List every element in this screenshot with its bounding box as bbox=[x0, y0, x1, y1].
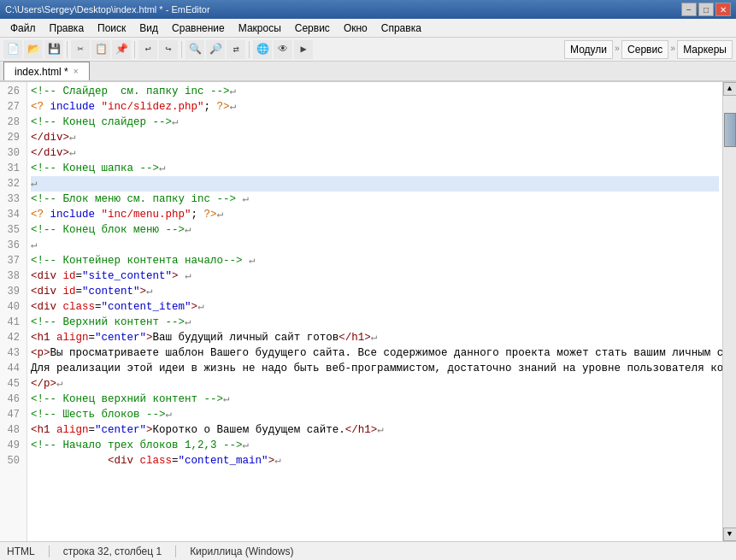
service-label[interactable]: Сервис bbox=[621, 40, 668, 59]
status-sep-2 bbox=[175, 545, 176, 557]
status-position: строка 32, столбец 1 bbox=[63, 545, 162, 557]
modules-label[interactable]: Модули bbox=[564, 40, 613, 59]
tab-index-html[interactable]: index.html * × bbox=[3, 62, 90, 80]
find-next-icon[interactable]: 🔎 bbox=[206, 40, 225, 59]
code-line-39: <div id="content">↵ bbox=[31, 284, 719, 299]
scroll-track[interactable] bbox=[723, 96, 736, 528]
code-line-30: </div>↵ bbox=[31, 145, 719, 161]
code-line-34: <? include "inc/menu.php"; ?>↵ bbox=[31, 207, 719, 222]
code-line-48: <h1 align="center">Коротко о Вашем будущ… bbox=[31, 422, 719, 438]
tab-close-icon[interactable]: × bbox=[74, 67, 79, 76]
open-icon[interactable]: 📂 bbox=[24, 40, 43, 59]
code-line-41: <!-- Верхний контент -->↵ bbox=[31, 315, 719, 330]
toolbar: 📄 📂 💾 ✂ 📋 📌 ↩ ↪ 🔍 🔎 ⇄ 🌐 👁 ▶ Модули » Сер… bbox=[0, 38, 736, 62]
tab-label: index.html * bbox=[15, 66, 68, 78]
new-icon[interactable]: 📄 bbox=[3, 40, 22, 59]
menu-bar: Файл Правка Поиск Вид Сравнение Макросы … bbox=[0, 19, 736, 38]
code-line-50: <div class="content_main">↵ bbox=[31, 453, 719, 469]
preview-icon[interactable]: 👁 bbox=[274, 40, 292, 59]
code-line-36: ↵ bbox=[31, 238, 719, 253]
code-line-31: <!-- Конец шапка -->↵ bbox=[31, 161, 719, 176]
status-language: HTML bbox=[7, 545, 35, 557]
toolbar-sep-4 bbox=[249, 41, 250, 58]
code-line-32: ↵ bbox=[31, 176, 719, 192]
code-line-49: <!-- Начало трех блоков 1,2,3 -->↵ bbox=[31, 438, 719, 453]
code-line-45: </p>↵ bbox=[31, 376, 719, 392]
menu-view[interactable]: Вид bbox=[132, 19, 165, 37]
toolbar-sep-1 bbox=[67, 41, 68, 58]
toolbar-sep-2 bbox=[134, 41, 135, 58]
status-encoding: Кириллица (Windows) bbox=[190, 545, 293, 557]
minimize-button[interactable]: − bbox=[681, 3, 697, 16]
service-chevron[interactable]: » bbox=[670, 44, 675, 54]
status-bar: HTML строка 32, столбец 1 Кириллица (Win… bbox=[0, 541, 736, 560]
replace-icon[interactable]: ⇄ bbox=[227, 40, 245, 59]
code-line-35: <!-- Конец блок меню -->↵ bbox=[31, 222, 719, 238]
find-icon[interactable]: 🔍 bbox=[185, 40, 204, 59]
vertical-scrollbar[interactable]: ▲ ▼ bbox=[722, 82, 736, 541]
code-line-46: <!-- Конец верхний контент -->↵ bbox=[31, 392, 719, 407]
toolbar-sep-3 bbox=[181, 41, 182, 58]
redo-icon[interactable]: ↪ bbox=[159, 40, 178, 59]
window-controls: − □ ✕ bbox=[681, 3, 731, 16]
browser-icon[interactable]: 🌐 bbox=[253, 40, 272, 59]
menu-macros[interactable]: Макросы bbox=[232, 19, 288, 37]
status-sep-1 bbox=[49, 545, 50, 557]
menu-compare[interactable]: Сравнение bbox=[165, 19, 232, 37]
close-button[interactable]: ✕ bbox=[715, 3, 731, 16]
code-line-47: <!-- Шесть блоков -->↵ bbox=[31, 407, 719, 422]
line-numbers: 2627282930313233343536373839404142434445… bbox=[0, 82, 27, 541]
code-line-44: Для реализации этой идеи в жизнь не надо… bbox=[31, 361, 719, 376]
scroll-down-button[interactable]: ▼ bbox=[723, 528, 737, 541]
paste-icon[interactable]: 📌 bbox=[112, 40, 131, 59]
code-line-43: <p>Вы просматриваете шаблон Вашего будущ… bbox=[31, 345, 719, 361]
scroll-thumb[interactable] bbox=[724, 113, 736, 147]
run-icon[interactable]: ▶ bbox=[294, 40, 313, 59]
code-line-27: <? include "inc/slidez.php"; ?>↵ bbox=[31, 99, 719, 115]
menu-help[interactable]: Справка bbox=[374, 19, 428, 37]
scroll-up-button[interactable]: ▲ bbox=[723, 82, 737, 96]
code-line-38: <div id="site_content"> ↵ bbox=[31, 268, 719, 284]
code-line-40: <div class="content_item">↵ bbox=[31, 299, 719, 315]
code-line-42: <h1 align="center">Ваш будущий личный са… bbox=[31, 330, 719, 345]
maximize-button[interactable]: □ bbox=[698, 3, 714, 16]
menu-search[interactable]: Поиск bbox=[91, 19, 132, 37]
tab-bar: index.html * × bbox=[0, 62, 736, 82]
code-line-28: <!-- Конец слайдер -->↵ bbox=[31, 115, 719, 130]
code-line-33: <!-- Блок меню см. папку inc --> ↵ bbox=[31, 192, 719, 207]
code-area[interactable]: <!-- Слайдер см. папку inc -->↵<? includ… bbox=[27, 82, 722, 541]
title-bar: C:\Users\Sergey\Desktop\index.html * - E… bbox=[0, 0, 736, 19]
markers-label[interactable]: Маркеры bbox=[677, 40, 733, 59]
code-line-29: </div>↵ bbox=[31, 130, 719, 145]
undo-icon[interactable]: ↩ bbox=[138, 40, 157, 59]
menu-edit[interactable]: Правка bbox=[43, 19, 91, 37]
menu-file[interactable]: Файл bbox=[3, 19, 43, 37]
menu-window[interactable]: Окно bbox=[337, 19, 374, 37]
cut-icon[interactable]: ✂ bbox=[71, 40, 90, 59]
code-line-37: <!-- Контейнер контента начало--> ↵ bbox=[31, 253, 719, 268]
copy-icon[interactable]: 📋 bbox=[91, 40, 110, 59]
code-line-26: <!-- Слайдер см. папку inc -->↵ bbox=[31, 84, 719, 99]
title-text: C:\Users\Sergey\Desktop\index.html * - E… bbox=[5, 4, 210, 15]
save-icon[interactable]: 💾 bbox=[44, 40, 63, 59]
menu-tools[interactable]: Сервис bbox=[288, 19, 337, 37]
modules-chevron[interactable]: » bbox=[615, 44, 620, 54]
